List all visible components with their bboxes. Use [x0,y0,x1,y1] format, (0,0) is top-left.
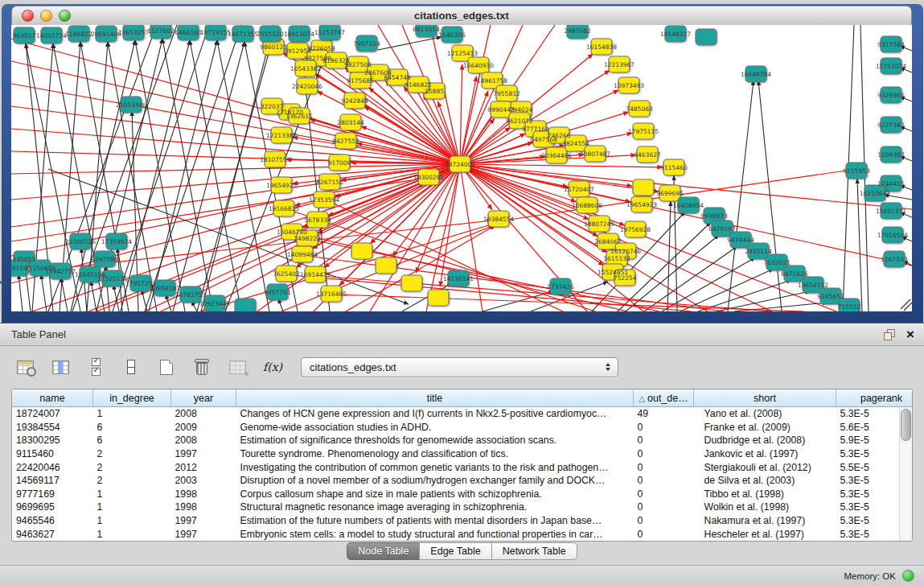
select-attributes-button[interactable]: ✓✓ [85,356,106,377]
vertical-scrollbar[interactable] [899,407,912,541]
table-cell: Structural magnetic resonance image aver… [236,501,634,514]
table-cell: 9699695 [12,501,93,514]
graph-node-label: 16782753 [175,291,206,299]
graph-node[interactable] [351,243,372,259]
table-row[interactable]: 1938455462009Genome-wide association stu… [12,421,913,435]
panel-collapse-arrow-icon[interactable]: ▸ [0,278,3,286]
table-row[interactable]: 1456911722003Disruption of a novel membe… [12,474,913,488]
graph-node-label: 9227342 [877,122,905,129]
delete-columns-button[interactable] [191,356,212,377]
column-header[interactable]: name [12,389,93,407]
graph-node-label: 18107553 [260,156,290,163]
close-panel-icon[interactable]: × [906,329,914,340]
column-header[interactable]: pagerank [836,389,914,407]
network-graph[interactable]: 1872400712125413166409101496175879558129… [11,25,912,311]
graph-node-label: 13716485 [316,290,347,298]
graph-node-label: 19654925 [266,182,297,189]
column-header[interactable]: short [694,389,836,407]
table-cell: de Silva et al. (2003) [694,474,836,488]
memory-status-icon[interactable] [902,570,914,582]
graph-node-label: 8226058 [308,45,335,52]
column-header[interactable]: title [236,389,634,407]
graph-edge [11,39,460,164]
tab-network-table[interactable]: Network Table [491,542,577,560]
graph-node-label: 19166825 [269,205,299,212]
graph-edge [346,225,495,311]
graph-node[interactable] [696,29,717,45]
tab-node-table[interactable]: Node Table [347,542,420,560]
graph-node-label: 10807487 [580,150,610,158]
table-cell: 1997 [171,514,236,528]
table-cell: 0 [634,501,694,514]
graph-node-label: 16210643 [860,190,890,197]
graph-node-label: 20364486 [541,152,572,159]
table-cell: 6 [93,421,171,435]
table-row[interactable]: 977716911998Corpus callosum shape and si… [12,488,913,501]
table-cell: 14569117 [12,474,93,488]
column-header[interactable]: year [171,389,236,407]
table-row[interactable]: 969969511998Structural magnetic resonanc… [12,501,913,514]
table-cell: 0 [634,421,694,435]
new-column-button[interactable] [156,356,177,377]
graph-node-label: 18724007 [445,161,475,168]
graph-node-label: 15692371 [876,208,906,215]
table-cell: Estimation of significance thresholds fo… [236,434,634,447]
table-cell: Estimation of the future numbers of pati… [236,514,634,528]
table-row[interactable]: 946554611997Estimation of the future num… [12,514,913,528]
graph-node[interactable] [376,257,396,274]
graph-node-label: 7955812 [493,90,520,97]
table-cell: Dudbridge et al. (2008) [694,434,836,447]
graph-node[interactable] [401,275,422,291]
network-canvas[interactable]: 1872400712125413166409101496175879558129… [11,25,912,311]
graph-node-label: 1527602 [147,27,175,35]
sort-ascending-icon: △ [639,394,645,403]
graph-node-label: 18913074 [284,31,314,38]
graph-node-label: 715552 [838,303,861,311]
graph-node-label: 8813054 [413,26,440,33]
delete-table-button[interactable]: × [227,356,248,377]
column-header[interactable]: △out_de… [634,389,694,407]
graph-node[interactable] [633,179,654,196]
graph-node-label: 7957224 [353,40,380,47]
graph-node-label: 9777169 [522,126,549,133]
table-selector[interactable]: citations_edges.txt [301,357,618,377]
network-window-titlebar[interactable]: citations_edges.txt [11,6,912,26]
table-cell: 1 [93,527,171,541]
table-row[interactable]: 946362711997Embryonic stem cells: a mode… [12,527,913,541]
function-builder-button[interactable]: f(x) [262,356,283,377]
table-cell: Embryonic stem cells: a model to study s… [236,527,634,541]
table-scrollpane: namein_degreeyeartitle△out_de…shortpager… [11,389,913,542]
table-row[interactable]: 1872400712008Changes of HCN gene express… [12,407,913,421]
graph-edge [41,274,47,311]
graph-edge [217,40,269,311]
graph-node[interactable] [235,299,256,311]
show-columns-icon [52,360,69,374]
show-columns-button[interactable] [50,356,71,377]
graph-node-label: 20206526 [65,238,96,245]
graph-node-label: 9329966 [877,92,905,99]
graph-node[interactable] [428,290,449,306]
table-row[interactable]: 911546021997Tourette syndrome. Phenomeno… [12,447,913,461]
graph-edge [121,40,190,311]
trash-icon [195,359,209,375]
table-row[interactable]: 2242004622012Investigating the contribut… [12,460,913,474]
graph-node-label: 14136141 [443,275,474,282]
table-mode-button[interactable] [14,356,35,377]
float-panel-icon[interactable] [884,329,895,340]
graph-node-label: 12125413 [447,50,478,57]
graph-node-label: 9242848 [341,97,368,105]
scrollbar-thumb[interactable] [901,409,911,441]
table-row[interactable]: 1830029562008Estimation of significance … [12,434,913,447]
table-cell: Investigating the contribution of common… [236,460,634,474]
graph-edge [728,80,754,311]
column-header[interactable]: in_degree [93,389,171,407]
graph-node-label: 9146821 [405,81,432,89]
graph-node-label: 14099484 [287,251,318,258]
table-cell: 9465546 [12,514,93,528]
new-column-icon [160,360,173,375]
table-cell: Nakamura et al. (1997) [694,514,836,528]
graph-node-label: 9215953 [843,167,870,175]
row-layout-button[interactable] [121,356,142,377]
tab-edge-table[interactable]: Edge Table [419,542,491,560]
table-cell: Wolkin et al. (1998) [694,501,836,514]
